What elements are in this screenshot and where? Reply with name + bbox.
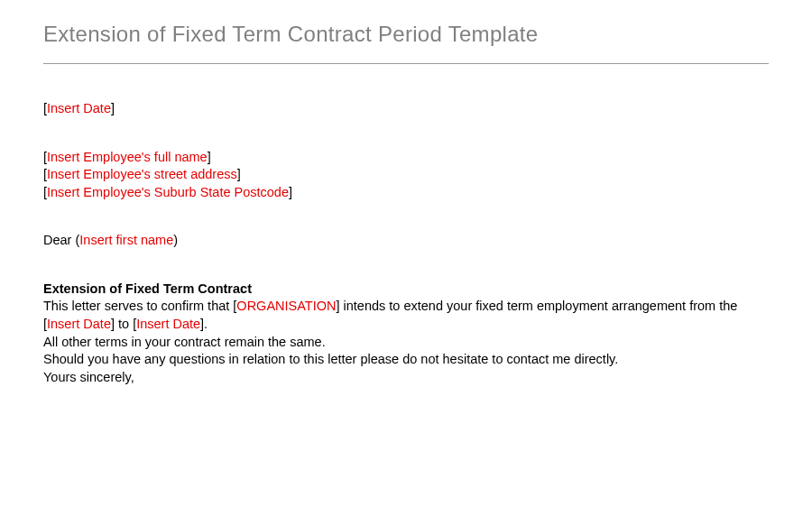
paragraph-1: This letter serves to confirm that [ORGA… xyxy=(43,298,769,333)
employee-street-placeholder: Insert Employee's street address xyxy=(47,167,237,181)
para1-text4: ]. xyxy=(200,317,208,331)
paragraph-2: All other terms in your contract remain … xyxy=(43,334,769,352)
date-block: [Insert Date] xyxy=(43,100,769,118)
closing: Yours sincerely, xyxy=(43,369,769,387)
letter-body: [Insert Date] [Insert Employee's full na… xyxy=(43,100,769,386)
para1-text3: ] to [ xyxy=(111,317,136,331)
paragraph-3: Should you have any questions in relatio… xyxy=(43,351,769,369)
from-date-placeholder: Insert Date xyxy=(47,317,111,331)
title-divider xyxy=(43,63,769,64)
first-name-placeholder: Insert first name xyxy=(79,233,173,247)
salutation-block: Dear (Insert first name) xyxy=(43,232,769,250)
salutation-prefix: Dear ( xyxy=(43,233,79,247)
date-placeholder: Insert Date xyxy=(47,101,111,115)
para1-text1: This letter serves to confirm that [ xyxy=(43,299,236,313)
page-title: Extension of Fixed Term Contract Period … xyxy=(43,22,769,47)
address-block: [Insert Employee's full name] [Insert Em… xyxy=(43,149,769,202)
to-date-placeholder: Insert Date xyxy=(136,317,200,331)
salutation-suffix: ) xyxy=(173,233,178,247)
employee-full-name-placeholder: Insert Employee's full name xyxy=(47,150,208,164)
subject-line: Extension of Fixed Term Contract xyxy=(43,281,769,299)
organisation-placeholder: ORGANISATION xyxy=(236,299,336,313)
employee-suburb-placeholder: Insert Employee's Suburb State Postcode xyxy=(47,185,289,199)
